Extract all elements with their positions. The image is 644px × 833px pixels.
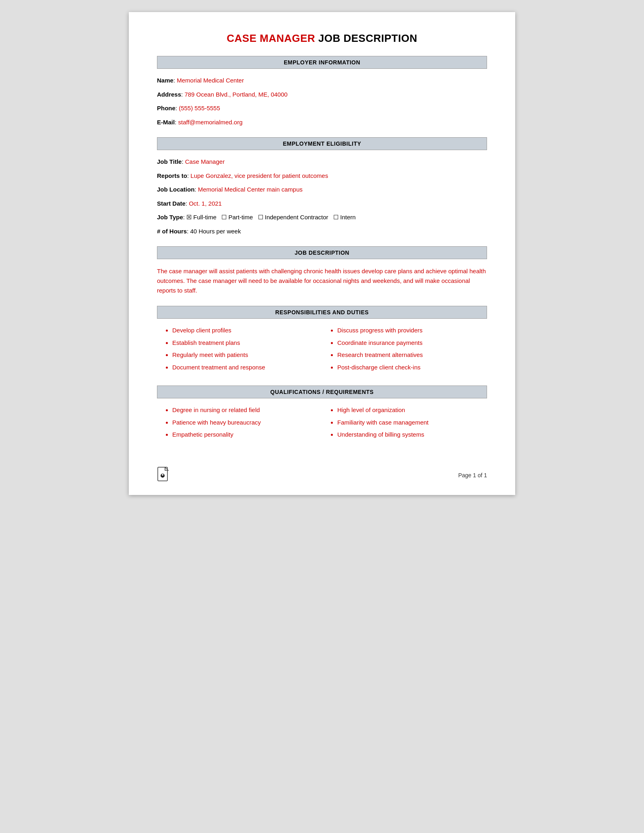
job-description-section: JOB DESCRIPTION The case manager will as…	[157, 246, 487, 295]
footer-logo-icon	[157, 467, 170, 484]
qualifications-header: QUALIFICATIONS / REQUIREMENTS	[157, 386, 487, 398]
list-item: Post-discharge client check-ins	[337, 363, 487, 372]
title-black-part: JOB DESCRIPTION	[315, 32, 417, 44]
document-page: CASE MANAGER JOB DESCRIPTION EMPLOYER IN…	[129, 12, 515, 495]
employer-address-value: 789 Ocean Blvd., Portland, ME, 04000	[184, 91, 287, 98]
list-item: Degree in nursing or related field	[172, 406, 322, 415]
svg-point-2	[162, 474, 163, 476]
employer-info-header: EMPLOYER INFORMATION	[157, 56, 487, 69]
start-date-label: Start Date	[157, 200, 186, 207]
start-date-row: Start Date: Oct. 1, 2021	[157, 199, 487, 208]
responsibilities-col2-list: Discuss progress with providers Coordina…	[330, 326, 487, 372]
list-item: High level of organization	[337, 406, 487, 415]
checkbox-intern: ☐ Intern	[333, 214, 356, 221]
list-item: Understanding of billing systems	[337, 430, 487, 439]
job-title-row: Job Title: Case Manager	[157, 157, 487, 167]
qualifications-col1-list: Degree in nursing or related field Patie…	[165, 406, 322, 439]
checkbox-contractor: ☐ Independent Contractor	[258, 214, 328, 221]
list-item: Empathetic personality	[172, 430, 322, 439]
list-item: Document treatment and response	[172, 363, 322, 372]
footer: Page 1 of 1	[157, 467, 487, 484]
employer-name-label: Name	[157, 77, 173, 84]
checkbox-fulltime: ☒ Full-time	[186, 214, 217, 221]
employer-address-row: Address: 789 Ocean Blvd., Portland, ME, …	[157, 90, 487, 99]
qualifications-col2: High level of organization Familiarity w…	[322, 406, 487, 443]
employer-email-value: staff@memorialmed.org	[178, 119, 243, 126]
employer-phone-row: Phone: (555) 555-5555	[157, 104, 487, 113]
job-description-text: The case manager will assist patients wi…	[157, 266, 487, 295]
employer-name-value: Memorial Medical Center	[177, 77, 244, 84]
job-location-value: Memorial Medical Center main campus	[198, 186, 303, 193]
employer-phone-value: (555) 555-5555	[179, 105, 220, 111]
job-type-label: Job Type	[157, 214, 183, 221]
responsibilities-list: Develop client profiles Establish treatm…	[157, 326, 487, 375]
job-title-label: Job Title	[157, 158, 182, 165]
start-date-value: Oct. 1, 2021	[189, 200, 222, 207]
responsibilities-col1: Develop client profiles Establish treatm…	[157, 326, 322, 375]
list-item: Patience with heavy bureaucracy	[172, 418, 322, 427]
employment-eligibility-section: EMPLOYMENT ELIGIBILITY Job Title: Case M…	[157, 137, 487, 236]
title-red-part: CASE MANAGER	[227, 32, 315, 44]
hours-label: # of Hours	[157, 228, 187, 235]
list-item: Familiarity with case management	[337, 418, 487, 427]
responsibilities-section: RESPONSIBILITIES AND DUTIES Develop clie…	[157, 306, 487, 375]
employer-info-fields: Name: Memorial Medical Center Address: 7…	[157, 76, 487, 127]
job-location-label: Job Location	[157, 186, 194, 193]
responsibilities-col1-list: Develop client profiles Establish treatm…	[165, 326, 322, 372]
list-item: Establish treatment plans	[172, 338, 322, 348]
hours-row: # of Hours: 40 Hours per week	[157, 227, 487, 236]
qualifications-col1: Degree in nursing or related field Patie…	[157, 406, 322, 443]
responsibilities-col2: Discuss progress with providers Coordina…	[322, 326, 487, 375]
job-location-row: Job Location: Memorial Medical Center ma…	[157, 185, 487, 194]
employer-name-row: Name: Memorial Medical Center	[157, 76, 487, 85]
main-title: CASE MANAGER JOB DESCRIPTION	[157, 32, 487, 45]
responsibilities-header: RESPONSIBILITIES AND DUTIES	[157, 306, 487, 319]
list-item: Regularly meet with patients	[172, 351, 322, 360]
footer-page-label: Page 1 of 1	[458, 472, 487, 478]
qualifications-list: Degree in nursing or related field Patie…	[157, 406, 487, 443]
job-description-header: JOB DESCRIPTION	[157, 246, 487, 259]
list-item: Research treatment alternatives	[337, 351, 487, 360]
employer-email-label: E-Mail	[157, 119, 175, 126]
reports-to-value: Lupe Gonzalez, vice president for patien…	[190, 172, 328, 179]
checkbox-parttime: ☐ Part-time	[221, 214, 253, 221]
employer-email-row: E-Mail: staff@memorialmed.org	[157, 118, 487, 127]
job-type-row: Job Type: ☒ Full-time ☐ Part-time ☐ Inde…	[157, 213, 487, 222]
employer-info-section: EMPLOYER INFORMATION Name: Memorial Medi…	[157, 56, 487, 127]
list-item: Coordinate insurance payments	[337, 338, 487, 348]
reports-to-row: Reports to: Lupe Gonzalez, vice presiden…	[157, 171, 487, 181]
job-title-value: Case Manager	[185, 158, 225, 165]
employer-phone-label: Phone	[157, 105, 175, 111]
qualifications-section: QUALIFICATIONS / REQUIREMENTS Degree in …	[157, 386, 487, 443]
employer-address-label: Address	[157, 91, 181, 98]
employment-eligibility-fields: Job Title: Case Manager Reports to: Lupe…	[157, 157, 487, 236]
list-item: Discuss progress with providers	[337, 326, 487, 335]
qualifications-col2-list: High level of organization Familiarity w…	[330, 406, 487, 439]
reports-to-label: Reports to	[157, 172, 187, 179]
list-item: Develop client profiles	[172, 326, 322, 335]
employment-eligibility-header: EMPLOYMENT ELIGIBILITY	[157, 137, 487, 150]
hours-value: 40 Hours per week	[190, 228, 241, 235]
